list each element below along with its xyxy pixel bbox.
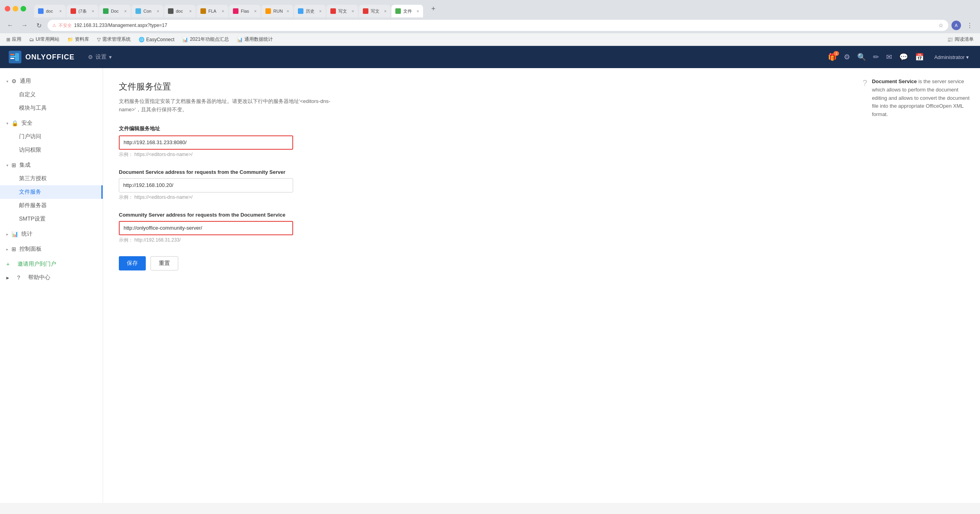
bookmark-icon: 📁: [67, 37, 73, 42]
forward-button[interactable]: →: [19, 20, 30, 31]
tab-favicon: [330, 8, 336, 14]
tab-close-icon[interactable]: ×: [417, 9, 419, 13]
menu-button[interactable]: ⋮: [964, 20, 975, 31]
sidebar-section-3: ▸📊统计: [0, 227, 103, 241]
tab-close-icon[interactable]: ×: [352, 9, 354, 13]
bookmark-item-UI常用网站[interactable]: 🗂UI常用网站: [28, 35, 61, 44]
settings-gear-icon[interactable]: ⚙: [844, 53, 850, 61]
tab-bar: doc × (7条 × Doc × Con × doc × FLA × Flas…: [31, 0, 426, 17]
reset-button[interactable]: 重置: [151, 256, 178, 270]
chevron-down-icon: ▾: [109, 54, 112, 60]
tab-favicon: [265, 8, 271, 14]
user-chevron-icon: ▾: [966, 54, 969, 60]
tab-label: 写文: [371, 8, 382, 14]
bookmark-label: UI常用网站: [36, 36, 59, 43]
settings-button[interactable]: ⚙ 设置 ▾: [84, 51, 116, 63]
browser-tab-t2[interactable]: (7条 ×: [67, 5, 98, 17]
profile-button[interactable]: A: [951, 21, 961, 30]
sidebar-item-第三方授权[interactable]: 第三方授权: [0, 172, 103, 185]
tab-favicon: [71, 8, 76, 14]
sidebar-section-header-4[interactable]: ▸⊞控制面板: [0, 242, 103, 256]
bookmark-item-应用[interactable]: ⊞应用: [5, 35, 23, 44]
bookmark-label: EasyConnect: [146, 37, 174, 42]
tab-close-icon[interactable]: ×: [319, 9, 322, 13]
browser-tab-t6[interactable]: FLA ×: [196, 5, 228, 17]
browser-tab-t1[interactable]: doc ×: [34, 5, 66, 17]
sidebar-item-访问权限[interactable]: 访问权限: [0, 143, 103, 157]
bookmark-item-2021年功能点汇总[interactable]: 📊2021年功能点汇总: [181, 35, 231, 44]
tab-close-icon[interactable]: ×: [124, 9, 127, 13]
minimize-window-btn[interactable]: [13, 6, 18, 11]
page-description: 文档服务位置指定安装了文档服务服务器的地址。请更改以下行中的服务器地址'<edi…: [119, 97, 349, 114]
pen-icon[interactable]: ✏: [873, 53, 879, 61]
refresh-button[interactable]: ↻: [33, 20, 44, 31]
browser-tab-t4[interactable]: Con ×: [132, 5, 163, 17]
bookmark-star-icon[interactable]: ☆: [938, 22, 944, 29]
sidebar-item-模块与工具[interactable]: 模块与工具: [0, 101, 103, 115]
field-input-2[interactable]: [119, 221, 293, 235]
browser-tab-t5[interactable]: doc ×: [164, 5, 196, 17]
new-tab-button[interactable]: +: [428, 3, 439, 14]
close-window-btn[interactable]: [5, 6, 10, 11]
sidebar-section-2: ▾⊞集成第三方授权文件服务邮件服务器SMTP设置: [0, 158, 103, 226]
browser-tab-t12[interactable]: 文件 ×: [391, 5, 423, 17]
sidebar-section-header-2[interactable]: ▾⊞集成: [0, 158, 103, 172]
tab-close-icon[interactable]: ×: [222, 9, 224, 13]
tab-close-icon[interactable]: ×: [254, 9, 257, 13]
tab-close-icon[interactable]: ×: [92, 9, 94, 13]
field-input-0[interactable]: [119, 135, 293, 150]
window-controls: [0, 3, 31, 15]
sidebar-item-邮件服务器[interactable]: 邮件服务器: [0, 199, 103, 212]
tab-close-icon[interactable]: ×: [189, 9, 192, 13]
browser-top-row: doc × (7条 × Doc × Con × doc × FLA × Flas…: [0, 0, 980, 17]
bookmarks-bar: ⊞应用🗂UI常用网站📁资料库▽需求管理系统🌐EasyConnect📊2021年功…: [0, 33, 980, 46]
mail-icon[interactable]: ✉: [886, 53, 892, 61]
bookmark-item-EasyConnect[interactable]: 🌐EasyConnect: [137, 36, 176, 43]
field-label-1: Document Service address for requests fr…: [119, 169, 837, 175]
browser-tab-t9[interactable]: 历史 ×: [294, 5, 326, 17]
gift-icon[interactable]: 🎁 1: [828, 53, 837, 61]
chat-icon[interactable]: 💬: [899, 53, 908, 61]
logo-text: ONLYOFFICE: [25, 53, 74, 61]
maximize-window-btn[interactable]: [21, 6, 26, 11]
bookmark-icon: ⊞: [6, 37, 10, 42]
tab-close-icon[interactable]: ×: [384, 9, 387, 13]
sidebar-section-header-0[interactable]: ▾⚙通用: [0, 74, 103, 88]
bookmark-icon: 🌐: [139, 37, 145, 42]
help-center-button[interactable]: ▸ ? 帮助中心: [0, 271, 103, 284]
search-icon[interactable]: 🔍: [857, 53, 866, 61]
help-content: ? Document Service is the server service…: [863, 78, 970, 119]
sidebar-section-header-1[interactable]: ▾🔒安全: [0, 116, 103, 130]
invite-label: 邀请用户到门户: [17, 261, 56, 268]
browser-tab-t3[interactable]: Doc ×: [99, 5, 131, 17]
tab-favicon: [135, 8, 141, 14]
bookmark-item-readinglist[interactable]: 📰阅读清单: [946, 35, 975, 44]
browser-tab-t7[interactable]: Flas ×: [229, 5, 261, 17]
bookmark-item-需求管理系统[interactable]: ▽需求管理系统: [95, 35, 132, 44]
bookmark-icon: 📊: [237, 37, 243, 42]
calendar-icon[interactable]: 📅: [915, 53, 924, 61]
tab-close-icon[interactable]: ×: [287, 9, 289, 13]
section-icon: 📊: [11, 231, 18, 237]
tab-close-icon[interactable]: ×: [157, 9, 159, 13]
gear-icon: ⚙: [88, 54, 93, 60]
browser-tab-t11[interactable]: 写文 ×: [359, 5, 391, 17]
sidebar-section-header-3[interactable]: ▸📊统计: [0, 227, 103, 241]
back-button[interactable]: ←: [5, 20, 16, 31]
bookmark-icon: 📰: [947, 37, 953, 42]
content-area: 文件服务位置 文档服务位置指定安装了文档服务服务器的地址。请更改以下行中的服务器…: [103, 68, 853, 503]
sidebar-item-门户访问[interactable]: 门户访问: [0, 130, 103, 143]
save-button[interactable]: 保存: [119, 256, 146, 270]
bookmark-item-资料库[interactable]: 📁资料库: [66, 35, 91, 44]
tab-close-icon[interactable]: ×: [59, 9, 62, 13]
sidebar-item-文件服务[interactable]: 文件服务: [0, 185, 103, 199]
field-input-1[interactable]: [119, 178, 293, 192]
invite-users-button[interactable]: + 邀请用户到门户: [0, 257, 103, 271]
sidebar-item-自定义[interactable]: 自定义: [0, 88, 103, 101]
bookmark-item-通用数据统计[interactable]: 📊通用数据统计: [235, 35, 275, 44]
user-menu-button[interactable]: Administrator ▾: [931, 53, 972, 62]
browser-tab-t8[interactable]: RUN ×: [261, 5, 293, 17]
sidebar-item-SMTP设置[interactable]: SMTP设置: [0, 212, 103, 226]
address-bar[interactable]: ⚠ 不安全 192.168.31.233/Management.aspx?typ…: [48, 20, 948, 31]
browser-tab-t10[interactable]: 写文 ×: [326, 5, 358, 17]
